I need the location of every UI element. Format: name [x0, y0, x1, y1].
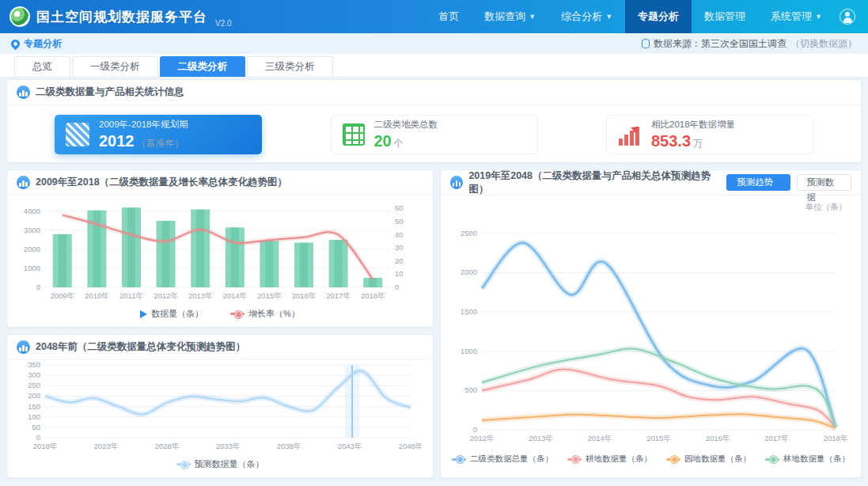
prediction-chart-legend: 预测数据量（条）	[7, 458, 433, 470]
legend-item[interactable]: 预测数据量（条）	[176, 458, 264, 470]
data-view-button[interactable]: 预测数据	[797, 174, 851, 191]
kpi-label: 2009年-2018年规划期	[99, 119, 188, 131]
legend-marker-icon	[666, 458, 680, 461]
svg-text:50: 50	[32, 423, 40, 431]
kpi-value: 20	[374, 132, 392, 150]
trend-view-button[interactable]: 预测趋势图	[726, 174, 790, 191]
calendar-stripe-icon	[66, 123, 89, 146]
svg-text:2013年: 2013年	[529, 434, 553, 442]
svg-text:350: 350	[28, 360, 40, 369]
kpi-unit: 个	[394, 138, 404, 149]
svg-text:2018年: 2018年	[361, 291, 385, 300]
svg-text:2000: 2000	[461, 268, 477, 276]
dashboard-app: 国土空间规划数据服务平台 V2.0 首页数据查询▼综合分析▼专题分析数据管理系统…	[0, 0, 868, 486]
svg-text:2011年: 2011年	[119, 291, 143, 300]
kpi-card: 二级类地类总数20个	[331, 115, 538, 154]
svg-text:2500: 2500	[461, 229, 477, 237]
svg-text:2012年: 2012年	[470, 434, 495, 442]
svg-text:1500: 1500	[461, 307, 477, 316]
data-source-switch-link[interactable]: （切换数据源）	[790, 37, 857, 51]
combo-chart-legend: 数据量（条）增长率（%）	[7, 308, 433, 320]
app-title: 国土空间规划数据服务平台	[36, 8, 207, 26]
svg-text:10: 10	[395, 269, 404, 278]
unit-label: 单位（条）	[805, 202, 847, 213]
nav-item-数据查询[interactable]: 数据查询▼	[472, 0, 548, 33]
svg-text:0: 0	[36, 283, 40, 291]
svg-text:2000: 2000	[24, 245, 40, 253]
legend-item[interactable]: 增长率（%）	[230, 308, 300, 320]
svg-text:500: 500	[464, 385, 477, 394]
user-menu[interactable]	[835, 0, 868, 33]
breadcrumb: 专题分析	[11, 37, 62, 51]
nav-item-专题分析[interactable]: 专题分析	[625, 0, 692, 33]
data-source-text: 数据来源：第三次全国国土调查	[654, 37, 787, 51]
legend-marker-icon	[140, 310, 147, 318]
user-icon[interactable]	[840, 9, 855, 25]
svg-text:2028年: 2028年	[155, 442, 180, 450]
nav-item-综合分析[interactable]: 综合分析▼	[548, 0, 625, 33]
legend-marker-icon	[567, 458, 582, 461]
svg-text:2009年: 2009年	[50, 291, 74, 300]
prediction-panel: 2048年前（二级类数据量总体变化预测趋势图） 3503002502001501…	[6, 334, 434, 478]
bar-chart-icon	[450, 176, 463, 189]
svg-text:2033年: 2033年	[216, 442, 241, 450]
history-trend-panel: 2009年至2018（二级类数据量及增长率总体变化趋势图） 4000300020…	[6, 169, 434, 328]
breadcrumb-bar: 专题分析 数据来源：第三次全国国土调查 （切换数据源）	[0, 33, 868, 54]
svg-text:1000: 1000	[461, 347, 477, 355]
nav-item-系统管理[interactable]: 系统管理▼	[758, 0, 835, 33]
svg-text:4000: 4000	[24, 207, 40, 215]
kpi-label: 二级类地类总数	[374, 119, 438, 131]
location-pin-icon	[9, 37, 22, 50]
legend-item[interactable]: 林地数据量（条）	[765, 454, 850, 465]
kpi-label: 相比2018年数据增量	[651, 119, 735, 131]
brand: 国土空间规划数据服务平台 V2.0	[0, 0, 232, 33]
kpi-value: 853.3	[651, 132, 691, 150]
chevron-down-icon: ▼	[605, 13, 612, 21]
logo-earth-icon	[9, 6, 30, 27]
stats-panel-title: 二级类数据量与产品相关统计信息	[36, 85, 184, 99]
tab-总览[interactable]: 总览	[14, 56, 70, 77]
tab-一级类分析[interactable]: 一级类分析	[72, 56, 158, 77]
nav-item-首页[interactable]: 首页	[426, 0, 472, 33]
svg-text:40: 40	[395, 230, 404, 239]
legend-marker-icon	[176, 463, 191, 465]
svg-text:0: 0	[395, 283, 399, 291]
legend-marker-icon	[230, 313, 244, 315]
svg-text:150: 150	[28, 402, 40, 411]
svg-text:50: 50	[395, 217, 404, 226]
app-version: V2.0	[215, 19, 232, 33]
legend-item[interactable]: 耕地数据量（条）	[567, 454, 652, 465]
legend-item[interactable]: 数据量（条）	[140, 308, 203, 320]
multi-series-title: 2019年至2048（二级类数据量与产品相关总体预测趋势图）	[468, 169, 721, 196]
kpi-unit: （基准年）	[137, 138, 184, 149]
legend-marker-icon	[452, 458, 466, 461]
svg-text:2017年: 2017年	[326, 291, 351, 300]
tab-二级类分析[interactable]: 二级类分析	[160, 56, 246, 77]
svg-text:2015年: 2015年	[257, 291, 282, 300]
legend-item[interactable]: 园地数据量（条）	[666, 454, 751, 465]
svg-text:3000: 3000	[24, 226, 40, 234]
bar-chart-icon	[17, 85, 30, 99]
nav-item-数据管理[interactable]: 数据管理	[692, 0, 758, 33]
tab-三级类分析[interactable]: 三级类分析	[247, 56, 333, 77]
svg-text:300: 300	[28, 370, 40, 379]
svg-text:2023年: 2023年	[94, 442, 119, 450]
svg-text:2018年: 2018年	[33, 442, 58, 450]
svg-text:60: 60	[395, 203, 404, 212]
data-source-note[interactable]: 数据来源：第三次全国国土调查 （切换数据源）	[642, 37, 857, 51]
legend-item[interactable]: 二级类数据总量（条）	[452, 454, 553, 465]
svg-text:0: 0	[473, 425, 477, 434]
multi-series-panel: 2019年至2048（二级类数据量与产品相关总体预测趋势图） 预测趋势图 预测数…	[440, 169, 862, 478]
combo-chart: 4000300020001000060504030201002009年2010年…	[7, 196, 433, 308]
svg-text:2014年: 2014年	[222, 291, 247, 300]
svg-text:2015年: 2015年	[646, 434, 671, 442]
stats-panel-header: 二级类数据量与产品相关统计信息	[7, 80, 861, 105]
prediction-title: 2048年前（二级类数据量总体变化预测趋势图）	[36, 340, 245, 354]
svg-text:2043年: 2043年	[338, 442, 362, 450]
prediction-line-chart: 3503002502001501005002018年2023年2028年2033…	[7, 360, 433, 458]
stats-panel: 二级类数据量与产品相关统计信息 2009年-2018年规划期2012（基准年）二…	[6, 79, 862, 163]
svg-text:2013年: 2013年	[188, 291, 213, 300]
multi-line-chart: 单位（条） 250020001500100050002012年2013年2014…	[441, 196, 861, 454]
svg-text:2018年: 2018年	[824, 434, 848, 442]
grid-table-icon	[343, 123, 365, 146]
